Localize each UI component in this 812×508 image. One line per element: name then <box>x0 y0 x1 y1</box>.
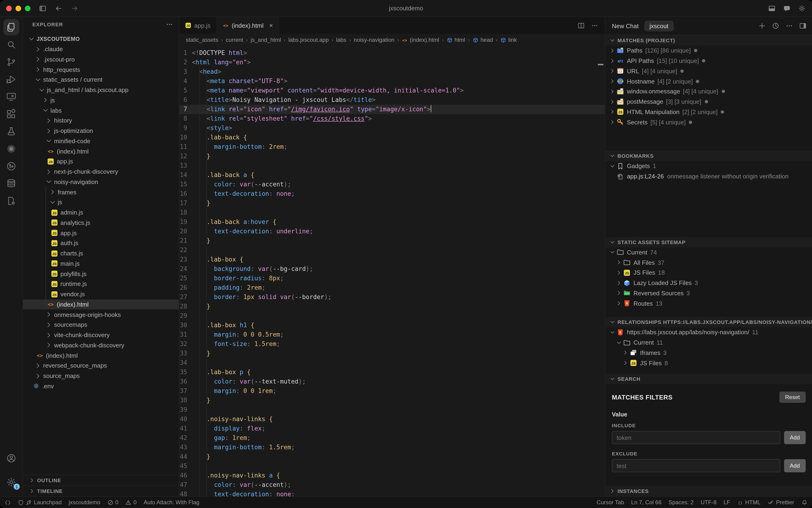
activity-bar-item-extensions[interactable] <box>0 105 22 123</box>
breadcrumb-item-noisy-navigation[interactable]: noisy-navigation <box>354 37 394 43</box>
code-line-14[interactable]: 14 .lab-back a { <box>179 170 605 180</box>
folder-js-and-html-labs-jxscout-app[interactable]: js_and_html / labs.jxscout.app <box>23 85 179 95</box>
code-line-24[interactable]: 24 background: var(--bg-card); <box>179 264 605 274</box>
status-eol[interactable]: LF <box>724 499 730 506</box>
section-header-instances[interactable]: INSTANCES <box>605 486 812 496</box>
code-line-30[interactable]: 30 .lab-box h1 { <box>179 321 605 330</box>
activity-bar-item-run-debug[interactable] <box>0 71 22 88</box>
code-line-4[interactable]: 4 <meta charset="UTF-8"> <box>179 77 605 86</box>
breadcrumb-item-labs-jxscout-app[interactable]: labs.jxscout.app <box>288 37 329 43</box>
bookmark-item[interactable]: app.js:L24-26onmessage listener without … <box>605 171 812 182</box>
navigate-forward-icon[interactable] <box>71 4 78 12</box>
folder-labs[interactable]: labs <box>23 105 179 116</box>
file-admin-js[interactable]: JSadmin.js <box>23 208 179 218</box>
code-line-6[interactable]: 6 <title>Noisy Navigation - jxscout Labs… <box>179 95 605 105</box>
code-line-37[interactable]: 37 margin: 0 0 1rem; <box>179 386 605 396</box>
code-line-27[interactable]: 27 border: 1px solid var(--border); <box>179 293 605 302</box>
code-line-3[interactable]: 3 <head> <box>179 67 605 77</box>
relationship-https-labs-jxscout-app-labs-noisy-naviga[interactable]: 5https://labs.jxscout.app/labs/noisy-nav… <box>605 327 812 338</box>
folder-jxscoutdemo[interactable]: JXSCOUTDEMO <box>23 34 179 44</box>
window-controls[interactable] <box>0 5 31 11</box>
code-line-36[interactable]: 36 color: var(--text-muted); <box>179 377 605 386</box>
file-app-js[interactable]: JSapp.js <box>23 228 179 238</box>
status-encoding[interactable]: UTF-8 <box>701 499 717 506</box>
relationship-iframes[interactable]: Iframes3 <box>605 348 812 358</box>
activity-bar-item-source-control[interactable] <box>0 53 22 71</box>
sitemap-routes[interactable]: 5Routes13 <box>605 298 812 309</box>
status-remote-indicator[interactable] <box>5 499 11 505</box>
relationship-js-files[interactable]: JSJS Files8 <box>605 358 812 368</box>
match-window-onmessage[interactable]: window.onmessage[4] [4 unique] <box>605 86 812 97</box>
breadcrumb-item-link[interactable]: link <box>500 37 517 43</box>
match-postmessage[interactable]: postMessage[3] [3 unique] <box>605 97 812 107</box>
folder--jxscout-pro[interactable]: .jxscout-pro <box>23 54 179 65</box>
status-language-mode[interactable]: {}HTML <box>737 499 760 506</box>
code-line-41[interactable]: 41 display: flex; <box>179 424 605 433</box>
status-errors[interactable]: 0 <box>107 499 118 506</box>
code-line-28[interactable]: 28 } <box>179 302 605 311</box>
code-line-38[interactable]: 38 } <box>179 396 605 405</box>
include-input[interactable] <box>612 431 780 444</box>
minimize-window-button[interactable] <box>15 5 21 11</box>
match-secrets[interactable]: Secrets[5] [4 unique] <box>605 117 812 127</box>
jxscout-tab[interactable]: jxscout <box>644 20 674 31</box>
activity-bar-item-testing[interactable] <box>0 123 22 140</box>
code-line-43[interactable]: 43 margin-bottom: 1.5rem; <box>179 443 605 452</box>
code-line-42[interactable]: 42 gap: 1rem; <box>179 433 605 443</box>
close-window-button[interactable] <box>6 5 12 11</box>
file-analytics-js[interactable]: JSanalytics.js <box>23 218 179 228</box>
code-line-2[interactable]: 2<html lang="en"> <box>179 58 605 67</box>
folder-noisy-navigation[interactable]: noisy-navigation <box>23 177 179 187</box>
breadcrumb-item--index-html[interactable]: <>(index).html <box>402 37 439 43</box>
match-hostname[interactable]: WWWHostname[4] [2 unique] <box>605 76 812 87</box>
new-chat-label[interactable]: New Chat <box>612 22 638 29</box>
code-line-33[interactable]: 33 } <box>179 349 605 358</box>
folder-next-js-chunk-discovery[interactable]: next-js-chunk-discovery <box>23 167 179 177</box>
code-line-11[interactable]: 11 margin-bottom: 2rem; <box>179 142 605 152</box>
status-launchpad[interactable]: Launchpad <box>18 499 62 506</box>
status-auto-attach[interactable]: Auto Attach: With Flag <box>144 499 199 506</box>
sitemap-all-files[interactable]: All Files37 <box>605 257 812 268</box>
close-tab-icon[interactable]: × <box>269 22 273 29</box>
code-line-31[interactable]: 31 margin: 0 0 0.5rem; <box>179 330 605 339</box>
bookmark-group-gadgets[interactable]: Gadgets1 <box>605 161 812 171</box>
code-line-26[interactable]: 26 padding: 2rem; <box>179 283 605 293</box>
folder-frames[interactable]: frames <box>23 187 179 198</box>
activity-bar-item-snippets[interactable] <box>0 192 22 209</box>
sidebar-section-timeline[interactable]: TIMELINE <box>23 485 179 496</box>
code-line-40[interactable]: 40 .noisy-nav-links { <box>179 415 605 424</box>
section-header-search[interactable]: SEARCH <box>605 374 812 384</box>
code-line-15[interactable]: 15 color: var(--accent); <box>179 180 605 189</box>
maximize-window-button[interactable] <box>25 5 31 11</box>
settings-gear-icon[interactable] <box>798 4 805 12</box>
file--index-html[interactable]: <>(index).html <box>23 299 179 310</box>
file-polyfills-js[interactable]: JSpolyfills.js <box>23 269 179 279</box>
file-main-js[interactable]: JSmain.js <box>23 258 179 269</box>
code-line-9[interactable]: 9 <style> <box>179 124 605 133</box>
folder-sourcemaps[interactable]: sourcemaps <box>23 320 179 330</box>
exclude-add-button[interactable]: Add <box>784 459 805 472</box>
file-charts-js[interactable]: JScharts.js <box>23 248 179 259</box>
code-line-16[interactable]: 16 text-decoration: none; <box>179 189 605 199</box>
code-line-22[interactable]: 22 <box>179 246 605 255</box>
code-line-29[interactable]: 29 <box>179 311 605 321</box>
code-line-21[interactable]: 21 } <box>179 236 605 246</box>
sitemap-reversed-sources[interactable]: </>Reversed Sources3 <box>605 288 812 298</box>
code-line-20[interactable]: 20 text-decoration: underline; <box>179 227 605 236</box>
file-vendor-js[interactable]: JSvendor.js <box>23 289 179 300</box>
breadcrumb-item-labs[interactable]: labs <box>336 37 346 43</box>
code-line-12[interactable]: 12 } <box>179 152 605 161</box>
sitemap-js-files[interactable]: JSJS Files18 <box>605 268 812 278</box>
code-line-46[interactable]: 46 .noisy-nav-links a { <box>179 471 605 480</box>
file-auth-js[interactable]: JSauth.js <box>23 238 179 248</box>
split-editor-icon[interactable] <box>578 22 585 29</box>
folder-source-maps[interactable]: source_maps <box>23 371 179 381</box>
section-header-relationships[interactable]: RELATIONSHIPS HTTPS://LABS.JXSCOUT.APP/L… <box>605 317 812 327</box>
match-html-manipulation[interactable]: JSHTML Manipulation[2] [2 unique] <box>605 107 812 117</box>
folder-onmessage-origin-hooks[interactable]: onmessage-origin-hooks <box>23 310 179 320</box>
code-line-13[interactable]: 13 <box>179 161 605 170</box>
breadcrumb[interactable]: static_assets›current›js_and_html›labs.j… <box>179 34 605 46</box>
breadcrumb-item-static-assets[interactable]: static_assets <box>186 37 219 43</box>
editor-more-actions-icon[interactable] <box>591 22 598 29</box>
code-line-5[interactable]: 5 <meta name="viewport" content="width=d… <box>179 86 605 95</box>
